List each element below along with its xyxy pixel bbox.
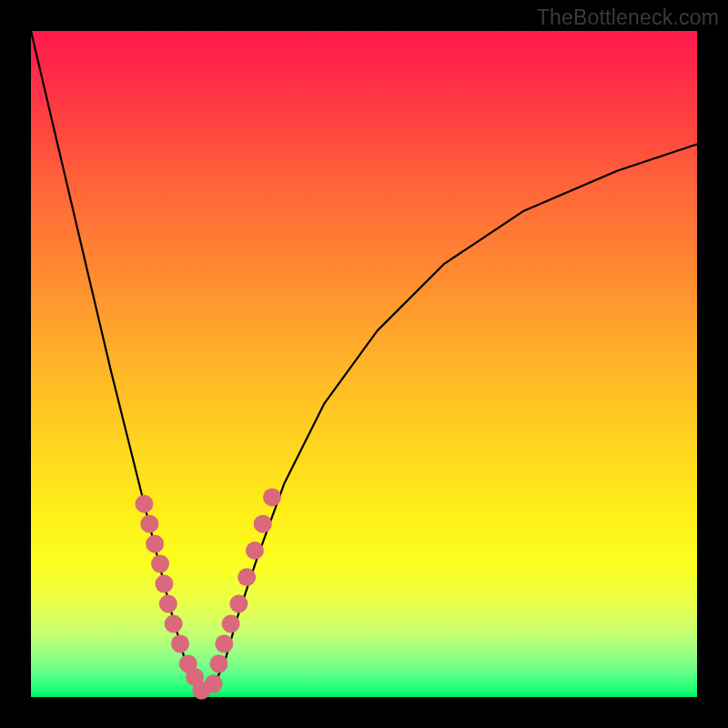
data-marker <box>171 634 189 652</box>
plot-area <box>31 31 697 697</box>
data-marker <box>254 515 272 533</box>
data-marker <box>209 654 228 672</box>
data-marker <box>165 614 183 632</box>
data-marker <box>263 488 281 506</box>
data-marker <box>229 595 248 613</box>
markers-right-cluster <box>205 488 281 693</box>
markers-left-cluster <box>135 495 210 700</box>
data-marker <box>215 634 233 652</box>
watermark-text: TheBottleneck.com <box>537 5 719 30</box>
data-marker <box>151 555 169 573</box>
data-marker <box>155 575 173 593</box>
v-curve <box>31 31 697 697</box>
data-marker <box>238 568 256 586</box>
data-marker <box>246 541 264 560</box>
data-marker <box>135 495 153 513</box>
chart-svg <box>31 31 697 697</box>
chart-frame: TheBottleneck.com <box>0 0 728 728</box>
data-marker <box>146 535 164 553</box>
data-marker <box>205 674 223 693</box>
data-marker <box>140 515 158 533</box>
data-marker <box>222 614 240 632</box>
data-marker <box>159 595 177 613</box>
